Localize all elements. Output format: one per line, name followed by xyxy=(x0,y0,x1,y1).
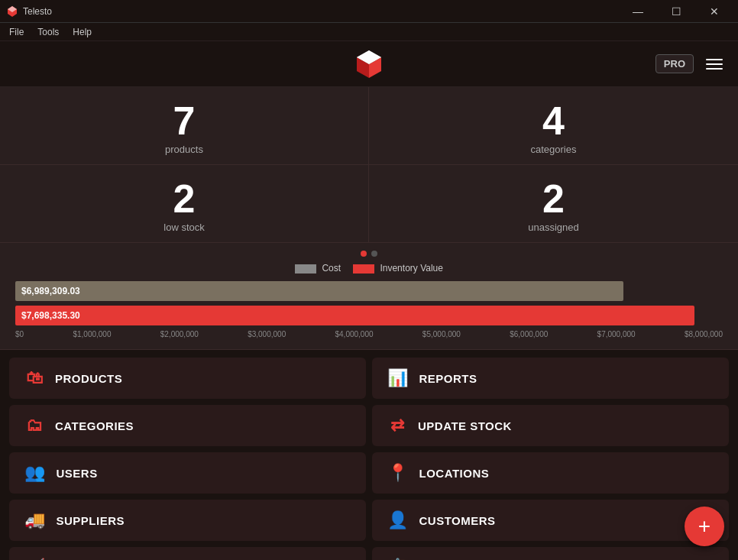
stat-unassigned-number: 2 xyxy=(542,179,565,218)
axis-4: $4,000,000 xyxy=(335,330,374,338)
stat-categories-label: categories xyxy=(531,144,577,155)
bar-cost-row: $6,989,309.03 xyxy=(15,281,723,301)
nav-categories-label: CATEGORIES xyxy=(55,419,134,432)
close-button[interactable]: ✕ xyxy=(697,0,732,23)
minimize-button[interactable]: — xyxy=(620,0,655,23)
header-right: PRO xyxy=(655,54,726,73)
nav-customers-label: CUSTOMERS xyxy=(419,514,496,527)
legend-inv-label: Inventory Value xyxy=(380,263,443,274)
axis-7: $7,000,000 xyxy=(597,330,636,338)
hamburger-line-1 xyxy=(706,59,723,60)
nav-customers-button[interactable]: 👤 CUSTOMERS xyxy=(372,500,729,541)
nav-update-stock-label: UPDATE STOCK xyxy=(418,419,512,432)
bar-inv-value: $7,698,335.30 xyxy=(21,310,80,321)
menu-hamburger-button[interactable] xyxy=(703,56,726,73)
menu-tools[interactable]: Tools xyxy=(31,25,65,39)
axis-5: $5,000,000 xyxy=(422,330,461,338)
bar-inventory: $7,698,335.30 xyxy=(15,306,694,325)
products-icon: 🛍 xyxy=(24,368,44,388)
update-stock-icon: ⇄ xyxy=(387,416,407,435)
app-title: Telesto xyxy=(23,6,52,17)
cube-logo-icon xyxy=(352,47,386,81)
bar-cost-value: $6,989,309.03 xyxy=(21,286,80,296)
chart-dots xyxy=(15,251,723,257)
chart-bars: $6,989,309.03 $7,698,335.30 xyxy=(15,281,723,325)
reports-icon: 📊 xyxy=(387,368,409,388)
nav-locations-button[interactable]: 📍 LOCATIONS xyxy=(372,452,729,494)
axis-6: $6,000,000 xyxy=(510,330,548,338)
nav-users-button[interactable]: 👥 USERS xyxy=(9,452,366,494)
legend-cost: Cost xyxy=(295,263,341,274)
stat-unassigned-label: unassigned xyxy=(528,222,579,233)
nav-purchase-orders-button[interactable]: 🛒 PURCHASE ORDERS xyxy=(9,547,366,560)
fab-add-button[interactable]: + xyxy=(685,507,724,546)
menu-file[interactable]: File xyxy=(3,25,30,39)
stat-unassigned: 2 unassigned xyxy=(369,165,738,242)
nav-reports-label: REPORTS xyxy=(419,372,477,385)
menu-help[interactable]: Help xyxy=(66,25,98,39)
bar-cost: $6,989,309.03 xyxy=(15,281,623,301)
axis-3: $3,000,000 xyxy=(248,330,286,338)
nav-grid: 🛍 PRODUCTS 📊 REPORTS 🗂 CATEGORIES ⇄ UPDA… xyxy=(0,350,738,560)
categories-icon: 🗂 xyxy=(24,416,44,435)
customers-icon: 👤 xyxy=(387,510,409,530)
legend-inv-color xyxy=(353,264,374,274)
legend-inventory: Inventory Value xyxy=(353,263,443,274)
stats-area: 7 products 4 categories 2 low stock 2 un… xyxy=(0,87,738,243)
nav-reports-button[interactable]: 📊 REPORTS xyxy=(372,358,729,399)
nav-update-stock-button[interactable]: ⇄ UPDATE STOCK xyxy=(372,405,729,446)
stat-categories: 4 categories xyxy=(369,87,738,165)
stat-low-stock-number: 2 xyxy=(173,179,196,218)
axis-0: $0 xyxy=(15,330,24,338)
app-icon xyxy=(6,5,18,18)
title-bar-controls: — ☐ ✕ xyxy=(620,0,732,23)
hamburger-line-2 xyxy=(706,63,723,65)
menu-bar: File Tools Help xyxy=(0,23,738,41)
axis-8: $8,000,000 xyxy=(685,330,723,338)
nav-suppliers-button[interactable]: 🚚 SUPPLIERS xyxy=(9,500,366,541)
title-bar-left: Telesto xyxy=(6,5,52,18)
legend-cost-label: Cost xyxy=(322,263,341,274)
nav-sales-orders-button[interactable]: 📋 SALES ORDERS xyxy=(372,547,729,560)
chart-area: Cost Inventory Value $6,989,309.03 $7,69… xyxy=(0,243,738,350)
users-icon: 👥 xyxy=(24,463,46,483)
suppliers-icon: 🚚 xyxy=(24,510,46,530)
stat-low-stock: 2 low stock xyxy=(0,165,369,242)
pro-badge-button[interactable]: PRO xyxy=(655,54,694,73)
bar-inv-row: $7,698,335.30 xyxy=(15,306,723,325)
stat-products: 7 products xyxy=(0,87,369,165)
chart-dot-1[interactable] xyxy=(361,251,367,257)
hamburger-line-3 xyxy=(706,68,723,70)
axis-2: $2,000,000 xyxy=(160,330,199,338)
nav-suppliers-label: SUPPLIERS xyxy=(57,514,125,527)
chart-axis: $0 $1,000,000 $2,000,000 $3,000,000 $4,0… xyxy=(15,330,723,338)
axis-1: $1,000,000 xyxy=(73,330,111,338)
stat-categories-number: 4 xyxy=(542,101,565,141)
legend-cost-color xyxy=(295,264,316,274)
nav-categories-button[interactable]: 🗂 CATEGORIES xyxy=(9,405,366,446)
nav-locations-label: LOCATIONS xyxy=(419,467,490,480)
nav-users-label: USERS xyxy=(57,467,98,480)
chart-dot-2[interactable] xyxy=(371,251,377,257)
locations-icon: 📍 xyxy=(387,463,409,483)
stat-low-stock-label: low stock xyxy=(163,222,204,233)
stat-products-label: products xyxy=(165,144,203,155)
header-logo xyxy=(352,47,386,81)
nav-products-button[interactable]: 🛍 PRODUCTS xyxy=(9,358,366,399)
main-content: 7 products 4 categories 2 low stock 2 un… xyxy=(0,87,738,560)
nav-products-label: PRODUCTS xyxy=(55,372,122,385)
app-header: PRO xyxy=(0,41,738,87)
chart-legend: Cost Inventory Value xyxy=(15,263,723,274)
maximize-button[interactable]: ☐ xyxy=(659,0,694,23)
stat-products-number: 7 xyxy=(173,101,196,141)
title-bar: Telesto — ☐ ✕ xyxy=(0,0,738,23)
